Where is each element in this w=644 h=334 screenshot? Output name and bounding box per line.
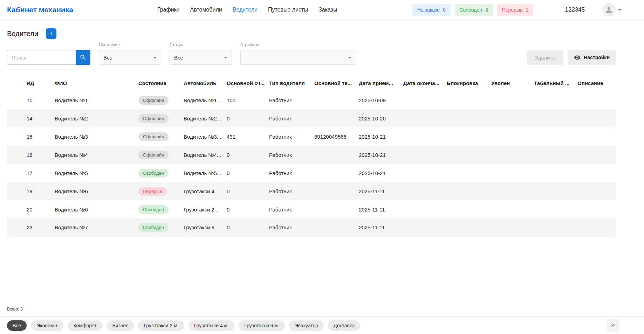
cell-driver-type: Работник	[269, 218, 314, 237]
cell-car: Водитель №3...	[184, 127, 227, 146]
toolbar-actions: Удалить Настройки	[527, 50, 616, 65]
nav-graphics[interactable]: Графики	[157, 7, 180, 13]
status-badge-break[interactable]: Перерыв 1	[497, 4, 534, 16]
table-body: 10 Водитель №1 Оффлайн Водитель №1... 10…	[7, 91, 616, 237]
table-row[interactable]: 23 Водитель №7 Свободен Грузотакси 6... …	[7, 218, 616, 237]
col-car[interactable]: Автомобиль	[184, 75, 227, 91]
filter-attributes-select[interactable]	[240, 50, 356, 65]
cell-fio: Водитель №1	[55, 91, 138, 109]
cell-blocked	[447, 182, 491, 200]
table-row[interactable]: 14 Водитель №2 Оффлайн Водитель №2... 0 …	[7, 109, 616, 127]
col-tab-number[interactable]: Табельный ...	[534, 75, 577, 91]
vehicle-class-chip[interactable]: Комфорт+	[68, 320, 102, 331]
cell-account: 0	[227, 200, 269, 218]
col-fio[interactable]: ФИО	[55, 75, 138, 91]
chevron-down-icon	[348, 57, 351, 58]
cell-blocked	[447, 109, 491, 127]
status-badge-on-order[interactable]: На заказе 0	[412, 4, 451, 16]
vehicle-class-chip[interactable]: Бизнес	[107, 320, 134, 331]
nav-orders[interactable]: Заказы	[318, 7, 337, 13]
cell-phone	[314, 164, 359, 182]
nav-drivers[interactable]: Водители	[233, 7, 258, 13]
status-badge-free-count: 3	[485, 7, 488, 13]
cell-fired	[491, 182, 534, 200]
avatar[interactable]	[602, 3, 616, 16]
col-description[interactable]: Описание	[577, 75, 616, 91]
cell-id: 20	[7, 200, 55, 218]
table-row[interactable]: 20 Водитель №6 Свободен Грузотакси 2... …	[7, 200, 616, 218]
cell-hire-date: 2025-10-20	[359, 109, 403, 127]
cell-end-date	[403, 127, 447, 146]
cell-phone	[314, 91, 359, 109]
nav-waybills[interactable]: Путевые листы	[268, 7, 308, 13]
cell-blocked	[447, 218, 491, 237]
vehicle-class-chip[interactable]: Эконом +	[31, 320, 63, 331]
cell-tab-number	[534, 109, 577, 127]
cell-description	[577, 218, 616, 237]
table-row[interactable]: 15 Водитель №3 Оффлайн Водитель №3... 43…	[7, 127, 616, 146]
col-state[interactable]: Состояние	[138, 75, 184, 91]
vehicle-class-chip[interactable]: Грузотакси 4 м.	[189, 320, 234, 331]
col-account[interactable]: Основной сч...	[227, 75, 269, 91]
col-hire-date[interactable]: Дата прием...	[359, 75, 403, 91]
table-row[interactable]: 17 Водитель №5 Свободен Водитель №5... 0…	[7, 164, 616, 182]
add-driver-button[interactable]: +	[46, 28, 56, 39]
search-icon	[80, 54, 87, 61]
settings-button[interactable]: Настройки	[568, 50, 616, 65]
cell-hire-date: 2025-10-21	[359, 164, 403, 182]
nav-cars[interactable]: Автомобили	[190, 7, 222, 13]
vehicle-class-chip[interactable]: Эвакуатор	[289, 320, 324, 331]
filter-state-value: Все	[103, 55, 153, 61]
vehicle-class-chip[interactable]: Доставка	[328, 320, 360, 331]
col-blocked[interactable]: Блокировка	[447, 75, 491, 91]
cell-phone	[314, 218, 359, 237]
filter-row: Состояние Все Статус Все Атрибуты Удалит…	[0, 42, 644, 65]
collapse-button[interactable]	[607, 319, 619, 332]
cell-car: Грузотакси 4...	[184, 182, 227, 200]
search-button[interactable]	[76, 50, 90, 65]
cell-end-date	[403, 109, 447, 127]
search-input[interactable]	[7, 50, 76, 65]
sort-asc-icon: ↑	[36, 81, 38, 86]
col-end-date[interactable]: Дата оконча...	[403, 75, 447, 91]
filter-status-label: Статус	[170, 42, 232, 47]
table-row[interactable]: 16 Водитель №4 Оффлайн Водитель №4... 0 …	[7, 146, 616, 164]
cell-fired	[491, 218, 534, 237]
cell-id: 16	[7, 146, 55, 164]
cell-description	[577, 127, 616, 146]
app-title: Кабинет механика	[7, 6, 73, 14]
cell-car: Водитель №1...	[184, 91, 227, 109]
cell-id: 14	[7, 109, 55, 127]
delete-button[interactable]: Удалить	[527, 50, 563, 65]
user-menu[interactable]	[602, 3, 622, 16]
app-header: Кабинет механика Графики Автомобили Води…	[0, 0, 644, 20]
col-id[interactable]: ИД↑	[7, 75, 55, 91]
chevron-down-icon	[618, 9, 622, 11]
cell-state: Оффлайн	[138, 91, 184, 109]
cell-blocked	[447, 146, 491, 164]
cell-hire-date: 2025-10-21	[359, 146, 403, 164]
table-row[interactable]: 10 Водитель №1 Оффлайн Водитель №1... 10…	[7, 91, 616, 109]
col-phone[interactable]: Основной те...	[314, 75, 359, 91]
col-fired[interactable]: Уволен	[491, 75, 534, 91]
filter-state-select[interactable]: Все	[99, 50, 161, 65]
filter-state: Состояние Все	[99, 42, 161, 65]
cell-state: Свободен	[138, 164, 184, 182]
vehicle-class-chip[interactable]: Грузотакси 2 м.	[138, 320, 184, 331]
eye-icon	[574, 54, 581, 61]
status-badge-free[interactable]: Свободен 3	[455, 4, 493, 16]
vehicle-class-chip[interactable]: Все	[7, 320, 27, 331]
table-row[interactable]: 19 Водитель №6 Перерыв Грузотакси 4... 0…	[7, 182, 616, 200]
filter-status-select[interactable]: Все	[170, 50, 232, 65]
cell-phone	[314, 182, 359, 200]
cell-fio: Водитель №3	[55, 127, 138, 146]
col-driver-type[interactable]: Тип водителя	[269, 75, 314, 91]
vehicle-class-chips: Все Эконом + Комфорт+ Бизнес Грузотакси …	[7, 320, 360, 331]
cell-phone	[314, 146, 359, 164]
filter-status-value: Все	[174, 55, 224, 61]
cell-blocked	[447, 164, 491, 182]
state-badge: Оффлайн	[138, 151, 169, 159]
cell-tab-number	[534, 164, 577, 182]
cell-state: Оффлайн	[138, 146, 184, 164]
vehicle-class-chip[interactable]: Грузотакси 6 м.	[239, 320, 285, 331]
